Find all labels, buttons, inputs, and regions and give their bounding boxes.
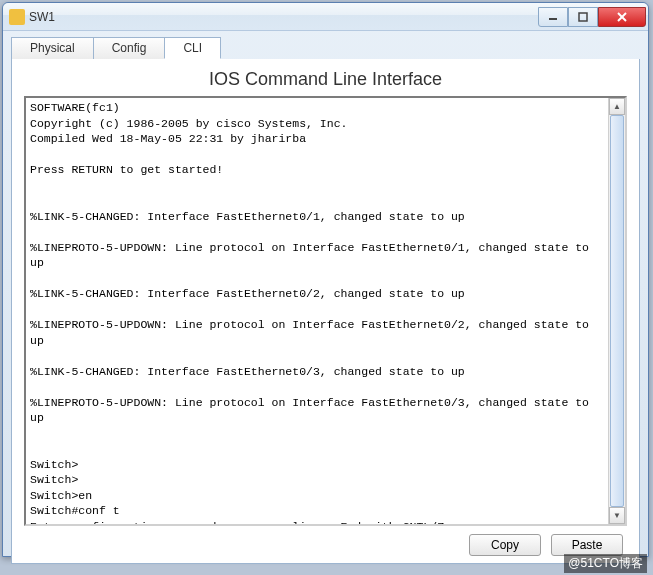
- scroll-up-button[interactable]: ▲: [609, 98, 625, 115]
- scroll-track[interactable]: [609, 115, 625, 507]
- paste-button[interactable]: Paste: [551, 534, 623, 556]
- titlebar[interactable]: SW1: [3, 3, 648, 31]
- maximize-button[interactable]: [568, 7, 598, 27]
- minimize-button[interactable]: [538, 7, 568, 27]
- button-row: Copy Paste: [18, 526, 633, 556]
- window-title: SW1: [29, 10, 538, 24]
- tab-bar: Physical Config CLI: [3, 31, 648, 59]
- app-window: SW1 Physical Config CLI IOS Command Line…: [2, 2, 649, 557]
- app-icon: [9, 9, 25, 25]
- copy-button[interactable]: Copy: [469, 534, 541, 556]
- scroll-down-button[interactable]: ▼: [609, 507, 625, 524]
- tab-physical[interactable]: Physical: [11, 37, 94, 59]
- watermark: @51CTO博客: [564, 554, 647, 573]
- page-heading: IOS Command Line Interface: [18, 69, 633, 90]
- tab-cli[interactable]: CLI: [164, 37, 221, 59]
- tab-content: IOS Command Line Interface SOFTWARE(fc1)…: [11, 59, 640, 564]
- scroll-thumb[interactable]: [610, 115, 624, 507]
- svg-rect-1: [579, 13, 587, 21]
- scrollbar[interactable]: ▲ ▼: [608, 98, 625, 524]
- terminal-output[interactable]: SOFTWARE(fc1) Copyright (c) 1986-2005 by…: [26, 98, 608, 524]
- tab-config[interactable]: Config: [93, 37, 166, 59]
- window-controls: [538, 7, 646, 27]
- close-button[interactable]: [598, 7, 646, 27]
- terminal-container: SOFTWARE(fc1) Copyright (c) 1986-2005 by…: [24, 96, 627, 526]
